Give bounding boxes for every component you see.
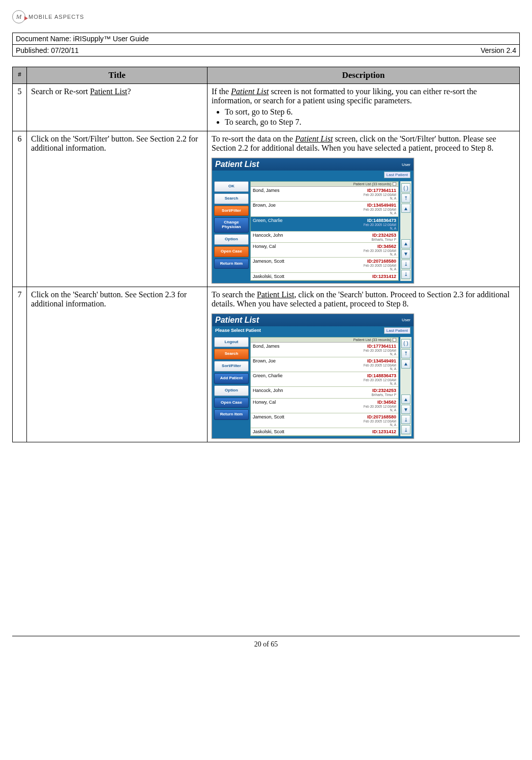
doc-version: Version 2.4 xyxy=(481,46,516,54)
mini-list-row[interactable]: Honwy, Cal ID:34562 Feb 20 2005 12:00AMN… xyxy=(251,399,398,413)
mini-title: Patient List xyxy=(215,316,259,325)
mini-list-row[interactable]: Hancock, John ID:2324253 Briharts, Timur… xyxy=(251,232,398,243)
mini-sidebar-button[interactable]: Option xyxy=(214,234,249,245)
scroll-button[interactable]: ( ) xyxy=(401,183,410,192)
table-row: 5 Search or Re-sort Patient List? If the… xyxy=(13,84,520,131)
step-num: 5 xyxy=(13,84,27,131)
mini-list-row[interactable]: Honwy, Cal ID:34562 Feb 20 2005 12:00AMN… xyxy=(251,243,398,258)
bullet-item: To search, go to Step 7. xyxy=(225,118,515,127)
doc-name: Document Name: iRISupply™ User Guide xyxy=(13,33,519,45)
scroll-button[interactable]: ▼ xyxy=(401,249,410,259)
col-title: Title xyxy=(27,67,208,84)
scroll-button[interactable]: ▼ xyxy=(401,405,410,414)
mini-title: Patient List xyxy=(215,160,259,169)
doc-published: Published: 07/20/11 xyxy=(16,46,79,54)
bullet-item: To sort, go to Step 6. xyxy=(225,107,515,117)
mini-list-row[interactable]: Brown, Joe ID:134549491 Feb 20 2005 12:0… xyxy=(251,357,398,372)
scroll-button[interactable]: ⤓ xyxy=(401,260,410,269)
mini-list: Patient List (33 records) Bond, James ID… xyxy=(250,181,399,281)
step-desc: To re-sort the data on the Patient List … xyxy=(208,131,520,287)
step-title: Click on the 'Search' button. See Sectio… xyxy=(27,287,208,442)
mini-sidebar-button[interactable]: Open Case xyxy=(214,398,249,408)
scroll-button[interactable]: ⤒ xyxy=(401,349,410,358)
mini-list-row[interactable]: Jameson, Scott ID:207168580 Feb 20 2005 … xyxy=(251,258,398,272)
mini-sidebar: LogoutSearchSort/FilterAdd PatientOption… xyxy=(214,337,249,437)
table-row: 7 Click on the 'Search' button. See Sect… xyxy=(13,287,520,442)
scroll-button[interactable]: ⤓ xyxy=(401,415,410,424)
scroll-button[interactable]: ▲ xyxy=(401,239,410,248)
mini-sidebar-button[interactable]: Add Patient xyxy=(214,373,249,384)
mini-sidebar-button[interactable]: Sort/Filter xyxy=(214,361,249,372)
dropdown-icon[interactable] xyxy=(393,338,396,342)
mini-sidebar-button[interactable]: Change Physician xyxy=(214,217,249,233)
mini-screenshot: Patient List User Last Patient OKSearchS… xyxy=(212,158,414,284)
step-num: 7 xyxy=(13,287,27,442)
mini-user: User xyxy=(402,318,410,322)
mini-sidebar-button[interactable]: OK xyxy=(214,181,249,192)
scroll-button[interactable]: ⤓ xyxy=(401,270,410,279)
mini-sidebar-button[interactable]: Search xyxy=(214,349,249,359)
mini-list-row[interactable]: Green, Charlie ID:148836473 Feb 20 2005 … xyxy=(251,372,398,387)
scroll-button[interactable]: ⤒ xyxy=(401,193,410,203)
scroll-button[interactable]: ( ) xyxy=(401,339,410,348)
col-num: # xyxy=(13,67,27,84)
mini-scrollbar: ( )⤒▲▲▼⤓⤓ xyxy=(400,181,411,281)
logo-icon: M xyxy=(12,10,25,23)
step-title: Search or Re-sort Patient List? xyxy=(27,84,208,131)
scroll-button[interactable]: ⤓ xyxy=(401,425,410,434)
logo: M MOBILE ASPECTS xyxy=(12,10,520,23)
mini-sidebar-button[interactable]: Return Item xyxy=(214,259,249,269)
step-num: 6 xyxy=(13,131,27,287)
scroll-button[interactable]: ▲ xyxy=(401,359,410,369)
mini-list-row[interactable]: Hancock, John ID:2324253 Briharts, Timur… xyxy=(251,387,398,398)
mini-list-row[interactable]: Jaskolski, Scott ID:1231412 xyxy=(251,428,398,436)
mini-screenshot: Patient List User Please Select Patient … xyxy=(212,314,414,439)
mini-list-row[interactable]: Jameson, Scott ID:207168580 Feb 20 2005 … xyxy=(251,413,398,428)
mini-list: Patient List (33 records) Bond, James ID… xyxy=(250,337,399,437)
col-desc: Description xyxy=(208,67,520,84)
step-desc: To search the Patient List, click on the… xyxy=(208,287,520,442)
footer-rule xyxy=(12,636,520,636)
mini-sidebar-button[interactable]: Option xyxy=(214,385,249,396)
dropdown-icon[interactable] xyxy=(393,182,396,186)
mini-user: User xyxy=(402,162,410,167)
mini-subtitle: Please Select Patient xyxy=(215,328,261,333)
steps-table: # Title Description 5 Search or Re-sort … xyxy=(12,67,520,442)
logo-text: MOBILE ASPECTS xyxy=(28,14,84,20)
step-title: Click on the 'Sort/Filter' button. See S… xyxy=(27,131,208,287)
mini-sidebar-button[interactable]: Return Item xyxy=(214,409,249,420)
scroll-button[interactable]: ▲ xyxy=(401,204,410,213)
step-desc: If the Patient List screen is not format… xyxy=(208,84,520,131)
mini-sidebar-button[interactable]: Sort/Filter xyxy=(214,206,249,216)
mini-sidebar: OKSearchSort/FilterChange PhysicianOptio… xyxy=(214,181,249,281)
mini-list-row[interactable]: Bond, James ID:177364111 Feb 20 2005 12:… xyxy=(251,343,398,357)
doc-header: Document Name: iRISupply™ User Guide Pub… xyxy=(12,33,520,57)
mini-list-row[interactable]: Jaskolski, Scott ID:1231412 xyxy=(251,273,398,280)
last-patient-button[interactable]: Last Patient xyxy=(384,327,410,334)
table-row: 6 Click on the 'Sort/Filter' button. See… xyxy=(13,131,520,287)
mini-scrollbar: ( )⤒▲▲▼⤓⤓ xyxy=(400,337,411,437)
page-number: 20 of 65 xyxy=(12,640,520,649)
mini-list-row[interactable]: Bond, James ID:177364111 Feb 20 2005 12:… xyxy=(251,187,398,202)
mini-list-row[interactable]: Brown, Joe ID:134549491 Feb 20 2005 12:0… xyxy=(251,202,398,216)
mini-list-row[interactable]: Green, Charlie ID:148836473 Feb 20 2005 … xyxy=(251,217,398,232)
scroll-button[interactable]: ▲ xyxy=(401,395,410,404)
mini-sidebar-button[interactable]: Search xyxy=(214,193,249,204)
mini-sidebar-button[interactable]: Logout xyxy=(214,337,249,348)
last-patient-button[interactable]: Last Patient xyxy=(384,172,410,178)
mini-sidebar-button[interactable]: Open Case xyxy=(214,246,249,257)
